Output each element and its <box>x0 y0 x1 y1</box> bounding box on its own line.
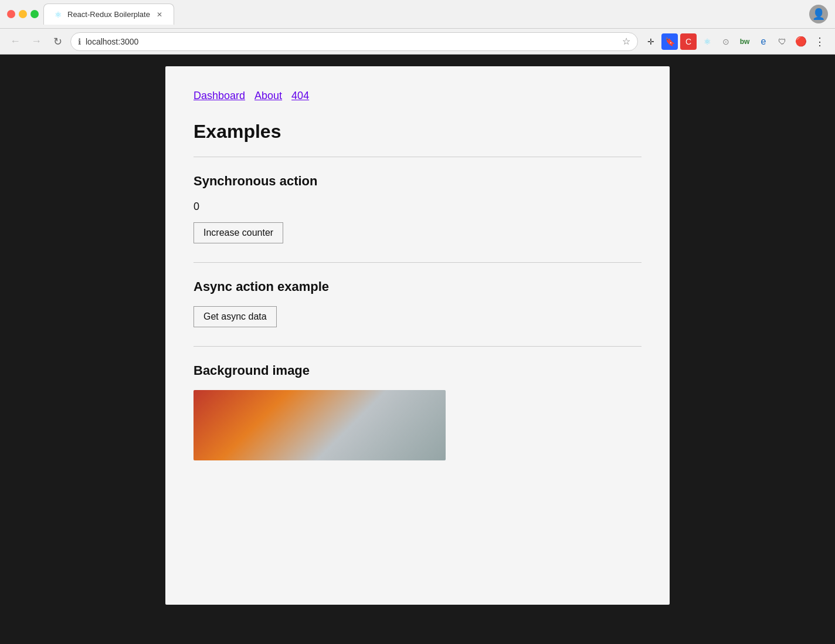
extension-icon-2[interactable]: C <box>680 33 697 50</box>
async-section: Async action example Get async data <box>194 279 641 327</box>
page-wrapper: Dashboard About 404 Examples Synchronous… <box>0 55 835 616</box>
address-bar: ← → ↻ ℹ ☆ ✛ 🔖 C ⚛ ⊙ bw e 🛡 🔴 ⋮ <box>0 28 835 54</box>
tab-title: React-Redux Boilerplate <box>67 10 150 19</box>
minimize-button[interactable] <box>19 10 27 18</box>
crosshair-icon[interactable]: ✛ <box>643 33 659 50</box>
nav-link-404[interactable]: 404 <box>291 90 309 102</box>
info-icon: ℹ <box>78 37 81 46</box>
extension-icon-3[interactable]: ⚛ <box>699 33 715 50</box>
divider-1 <box>194 157 641 157</box>
bg-image-section: Background image <box>194 363 641 460</box>
browser-chrome: ⚛ React-Redux Boilerplate ✕ 👤 ← → ↻ ℹ ☆ … <box>0 0 835 55</box>
title-bar: ⚛ React-Redux Boilerplate ✕ 👤 <box>0 0 835 28</box>
bookmark-icon[interactable]: ☆ <box>622 36 630 47</box>
nav-links: Dashboard About 404 <box>194 90 641 102</box>
maximize-button[interactable] <box>30 10 39 18</box>
sync-section-title: Synchronous action <box>194 174 641 189</box>
reload-button[interactable]: ↻ <box>49 33 66 50</box>
menu-button[interactable]: ⋮ <box>812 33 828 50</box>
divider-3 <box>194 346 641 347</box>
extension-icon-5[interactable]: bw <box>736 33 753 50</box>
extension-icon-7[interactable]: 🛡 <box>774 33 790 50</box>
page-title: Examples <box>194 121 641 143</box>
counter-display: 0 <box>194 201 641 213</box>
forward-icon: → <box>31 35 42 48</box>
page-card: Dashboard About 404 Examples Synchronous… <box>165 66 670 605</box>
reload-icon: ↻ <box>53 35 62 48</box>
react-icon: ⚛ <box>53 10 63 19</box>
extension-icon-4[interactable]: ⊙ <box>718 33 734 50</box>
increase-counter-button[interactable]: Increase counter <box>194 222 283 243</box>
user-avatar[interactable]: 👤 <box>809 5 828 23</box>
browser-tab[interactable]: ⚛ React-Redux Boilerplate ✕ <box>43 4 174 25</box>
toolbar-icons: ✛ 🔖 C ⚛ ⊙ bw e 🛡 🔴 ⋮ <box>643 33 828 50</box>
divider-2 <box>194 262 641 263</box>
sync-section: Synchronous action 0 Increase counter <box>194 174 641 243</box>
extension-icon-8[interactable]: 🔴 <box>793 33 809 50</box>
bg-section-title: Background image <box>194 363 641 378</box>
user-icon: 👤 <box>812 8 825 21</box>
close-button[interactable] <box>7 10 15 18</box>
async-section-title: Async action example <box>194 279 641 294</box>
nav-link-about[interactable]: About <box>254 90 282 102</box>
address-input-wrapper: ℹ ☆ <box>70 32 638 51</box>
nav-link-dashboard[interactable]: Dashboard <box>194 90 245 102</box>
back-icon: ← <box>10 35 21 48</box>
tab-close-button[interactable]: ✕ <box>155 10 164 19</box>
address-input[interactable] <box>86 37 617 46</box>
get-async-data-button[interactable]: Get async data <box>194 306 277 327</box>
back-button[interactable]: ← <box>7 33 23 50</box>
extension-icon-1[interactable]: 🔖 <box>661 33 678 50</box>
background-image <box>194 390 446 460</box>
window-controls <box>7 10 39 18</box>
extension-icon-6[interactable]: e <box>755 33 772 50</box>
forward-button[interactable]: → <box>28 33 45 50</box>
